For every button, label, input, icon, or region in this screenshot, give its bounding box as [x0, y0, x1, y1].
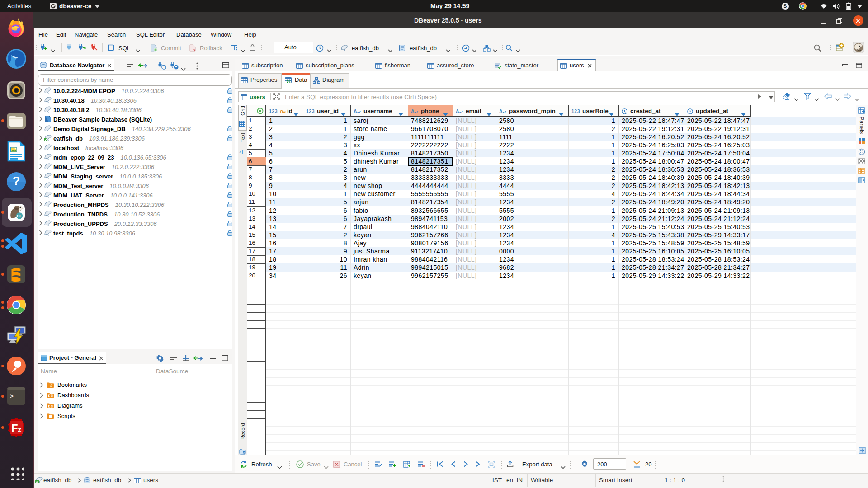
svg-text:CE: CE	[17, 214, 22, 218]
svg-text:‹T: ‹T	[239, 149, 244, 155]
svg-text:z: z	[18, 425, 22, 434]
svg-text:F: F	[11, 422, 18, 434]
svg-text:>_: >_	[10, 393, 17, 400]
svg-text:?: ?	[13, 174, 20, 188]
